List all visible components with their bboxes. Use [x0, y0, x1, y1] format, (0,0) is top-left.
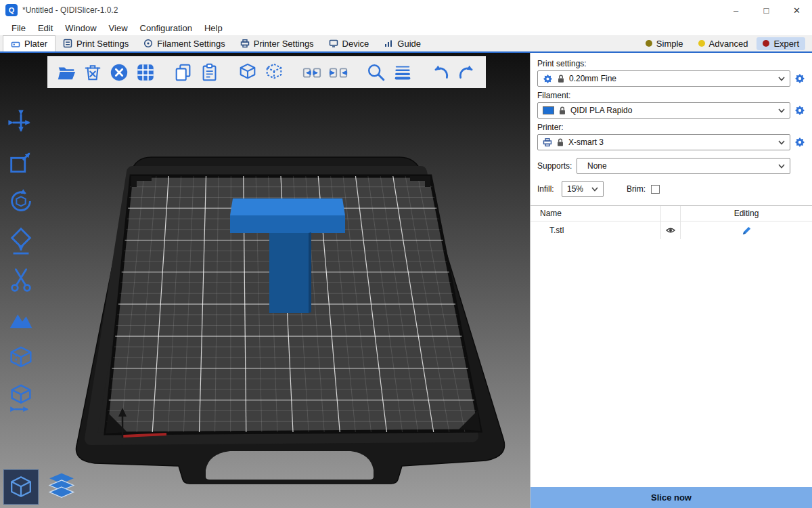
preview-view-button[interactable] [44, 469, 79, 505]
chevron-down-icon [778, 140, 785, 145]
undo-button[interactable] [430, 62, 451, 83]
menu-view[interactable]: View [103, 23, 134, 33]
column-name: Name [531, 209, 660, 218]
menu-window[interactable]: Window [59, 23, 102, 33]
add-instance-button[interactable] [237, 62, 258, 83]
measure-button[interactable] [5, 382, 37, 413]
advanced-dot-icon [698, 40, 705, 47]
measure-icon [7, 383, 35, 412]
split-to-parts-icon [328, 62, 348, 83]
printer-label: Printer: [537, 123, 807, 132]
tab-printer-settings[interactable]: Printer Settings [233, 35, 321, 51]
filament-gear-button[interactable] [793, 103, 807, 118]
close-button[interactable]: ✕ [782, 0, 812, 20]
sidebar: Print settings: 0.20mm Fine Filament: QI… [530, 53, 812, 508]
view-switch [3, 469, 79, 505]
titlebar: Q *Untitled - QIDISlicer-1.0.2 – □ ✕ [0, 0, 812, 20]
cut-scissors-icon [7, 266, 35, 294]
tab-filament-settings[interactable]: Filament Settings [136, 35, 232, 51]
slice-now-button[interactable]: Slice now [531, 487, 812, 508]
3d-editor-cube-icon [8, 474, 34, 500]
delete-button[interactable] [82, 62, 104, 83]
filament-color-swatch [543, 106, 554, 114]
remove-instance-button[interactable] [263, 62, 285, 83]
menu-file[interactable]: File [5, 23, 32, 33]
place-on-face-button[interactable] [5, 225, 37, 256]
infill-combo[interactable]: 15% [562, 181, 604, 197]
tab-plater[interactable]: Plater [3, 35, 55, 51]
printer-combo[interactable]: X-smart 3 [537, 134, 790, 150]
lock-icon [556, 137, 564, 147]
open-button[interactable] [55, 62, 77, 83]
variable-layer-height-icon [392, 62, 413, 83]
search-button[interactable] [365, 62, 387, 83]
search-icon [366, 62, 386, 83]
split-to-parts-button[interactable] [328, 62, 349, 83]
filament-label: Filament: [537, 91, 807, 100]
chevron-down-icon [778, 77, 785, 81]
filament-combo[interactable]: QIDI PLA Rapido [537, 102, 790, 119]
model-crossbar-front [230, 215, 345, 233]
print-settings-combo[interactable]: 0.20mm Fine [537, 70, 790, 87]
arrange-icon [135, 62, 156, 83]
app-window: Q *Untitled - QIDISlicer-1.0.2 – □ ✕ Fil… [0, 0, 812, 508]
mode-expert[interactable]: Expert [757, 37, 805, 50]
paint-supports-button[interactable] [5, 303, 37, 335]
gear-icon [794, 73, 805, 84]
tabbar: Plater Print Settings Filament Settings … [0, 35, 812, 53]
model-top-face [230, 198, 345, 215]
copy-button[interactable] [173, 62, 194, 83]
delete-all-button[interactable] [108, 62, 130, 83]
mode-simple[interactable]: Simple [639, 37, 690, 50]
column-editing: Editing [681, 209, 812, 218]
plater-icon [11, 39, 20, 49]
print-settings-icon [63, 39, 72, 48]
gear-icon [794, 137, 805, 148]
delete-all-icon [109, 62, 129, 83]
visibility-toggle[interactable] [660, 221, 681, 239]
menu-edit[interactable]: Edit [32, 23, 59, 33]
printer-icon [543, 137, 552, 147]
tab-device[interactable]: Device [321, 35, 377, 51]
tab-guide[interactable]: Guide [376, 35, 428, 51]
edit-object-button[interactable] [681, 226, 812, 236]
scale-icon [7, 148, 35, 176]
split-to-objects-button[interactable] [301, 62, 323, 83]
printer-gear-button[interactable] [793, 135, 807, 150]
scale-button[interactable] [5, 146, 37, 177]
device-icon [329, 39, 338, 48]
gear-icon [543, 74, 553, 84]
variable-layer-height-button[interactable] [392, 62, 413, 83]
maximize-button[interactable]: □ [751, 0, 782, 20]
brim-checkbox[interactable] [651, 185, 660, 194]
delete-icon [83, 62, 103, 83]
left-toolbar [5, 107, 37, 413]
add-instance-cube-icon [238, 62, 258, 83]
seam-button[interactable] [5, 343, 37, 374]
lock-icon [557, 74, 565, 83]
undo-icon [430, 62, 451, 83]
3d-viewport[interactable] [0, 53, 530, 508]
paste-button[interactable] [199, 62, 221, 83]
menu-help[interactable]: Help [198, 23, 229, 33]
tab-print-settings[interactable]: Print Settings [55, 35, 136, 51]
3d-editor-view-button[interactable] [3, 469, 39, 505]
object-name: T.stl [531, 226, 660, 235]
print-settings-gear-button[interactable] [793, 71, 807, 86]
object-row-tstl[interactable]: T.stl [531, 221, 812, 239]
arrange-button[interactable] [135, 62, 156, 83]
cut-button[interactable] [5, 264, 37, 295]
top-toolbar [47, 56, 486, 88]
mode-advanced[interactable]: Advanced [692, 37, 754, 50]
paste-icon [200, 62, 220, 83]
move-button[interactable] [5, 107, 37, 138]
menu-configuration[interactable]: Configuration [134, 23, 198, 33]
rotate-button[interactable] [5, 186, 37, 217]
minimize-button[interactable]: – [721, 0, 751, 20]
model-stem-front [269, 233, 309, 313]
build-plate-scene [0, 53, 530, 508]
model-stem-side [309, 232, 311, 313]
lock-icon [558, 106, 566, 115]
redo-button[interactable] [456, 62, 478, 83]
supports-combo[interactable]: None [577, 158, 790, 174]
